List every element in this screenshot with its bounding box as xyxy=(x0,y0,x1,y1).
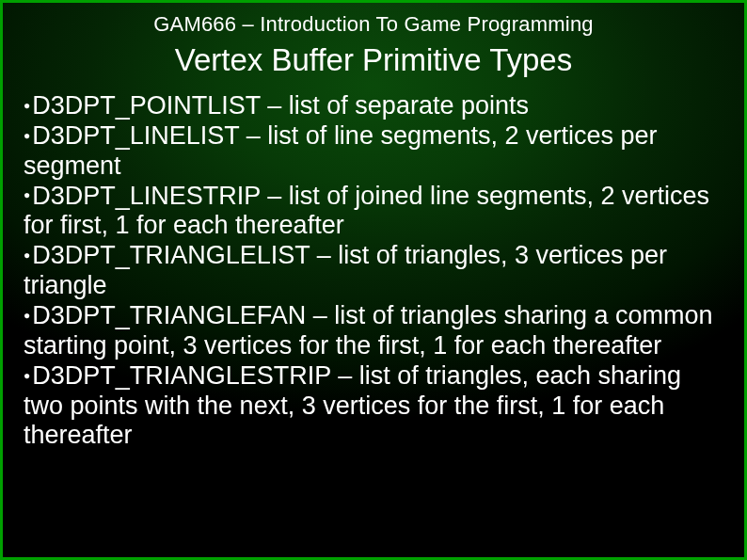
list-item: ●D3DPT_LINELIST – list of line segments,… xyxy=(24,121,723,182)
list-item-text: D3DPT_LINESTRIP – list of joined line se… xyxy=(24,182,709,240)
bullet-icon: ● xyxy=(24,309,30,322)
list-item: ●D3DPT_LINESTRIP – list of joined line s… xyxy=(24,182,723,242)
bullet-icon: ● xyxy=(24,129,30,142)
slide-title: Vertex Buffer Primitive Types xyxy=(24,42,723,78)
list-item-text: D3DPT_TRIANGLELIST – list of triangles, … xyxy=(24,241,667,299)
slide-content: ●D3DPT_POINTLIST – list of separate poin… xyxy=(24,91,723,451)
list-item: ●D3DPT_TRIANGLEFAN – list of triangles s… xyxy=(24,301,723,361)
list-item-text: D3DPT_POINTLIST – list of separate point… xyxy=(32,91,529,120)
list-item-text: D3DPT_TRIANGLESTRIP – list of triangles,… xyxy=(24,361,681,450)
list-item-text: D3DPT_TRIANGLEFAN – list of triangles sh… xyxy=(24,301,713,360)
list-item: ●D3DPT_TRIANGLESTRIP – list of triangles… xyxy=(24,361,723,452)
bullet-icon: ● xyxy=(24,188,30,201)
bullet-icon: ● xyxy=(24,369,30,382)
slide: GAM666 – Introduction To Game Programmin… xyxy=(0,0,747,560)
list-item-text: D3DPT_LINELIST – list of line segments, … xyxy=(24,121,658,180)
bullet-icon: ● xyxy=(24,99,30,112)
list-item: ●D3DPT_POINTLIST – list of separate poin… xyxy=(24,91,723,121)
list-item: ●D3DPT_TRIANGLELIST – list of triangles,… xyxy=(24,241,723,301)
course-label: GAM666 – Introduction To Game Programmin… xyxy=(24,12,723,37)
bullet-icon: ● xyxy=(24,248,30,262)
